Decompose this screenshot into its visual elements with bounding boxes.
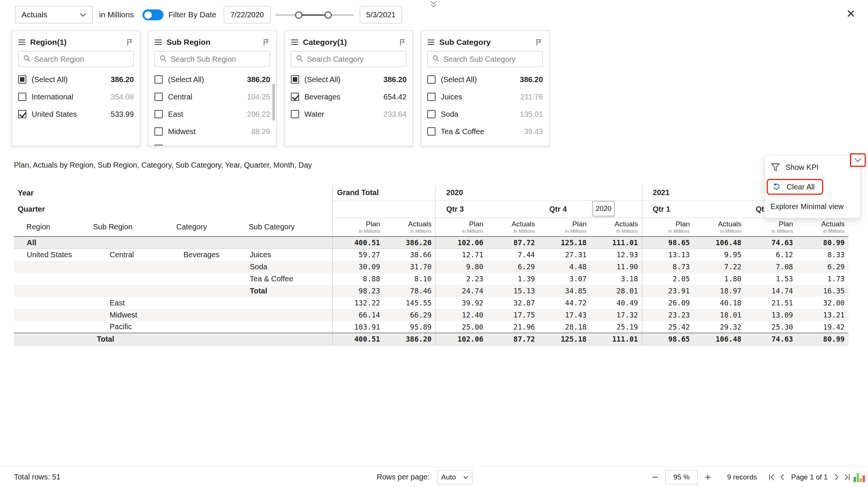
- row-header-cell: [244, 309, 332, 321]
- records-count: 9 records: [727, 467, 757, 487]
- checkbox[interactable]: [154, 145, 163, 146]
- measure-header-actuals[interactable]: Actualsin Millions: [797, 218, 848, 237]
- flag-icon[interactable]: [397, 38, 406, 46]
- checkbox[interactable]: [427, 93, 436, 101]
- measure-header-actuals[interactable]: Actualsin Millions: [590, 218, 642, 237]
- table-row: All400.51386.20102.0687.72125.18111.0198…: [14, 237, 848, 249]
- search-input[interactable]: Search Sub Category: [427, 51, 543, 67]
- filter-item-soda[interactable]: Soda135.01: [427, 105, 543, 123]
- checkbox[interactable]: [427, 110, 436, 118]
- checkbox[interactable]: [427, 75, 436, 84]
- end-date-input[interactable]: 5/3/2021: [360, 6, 402, 23]
- value-cell: 18.97: [694, 285, 745, 297]
- filter-by-date-toggle[interactable]: [142, 9, 164, 20]
- checkbox[interactable]: [291, 75, 299, 84]
- filter-item-central[interactable]: Central104.25: [154, 88, 270, 105]
- checkbox[interactable]: [154, 127, 163, 136]
- checkbox[interactable]: [18, 93, 26, 101]
- filter-item-select-all[interactable]: (Select All)386.20: [154, 71, 270, 88]
- slider-handle-start[interactable]: [295, 11, 303, 19]
- measure-header-plan[interactable]: Planin Millions: [745, 218, 797, 237]
- scrollbar[interactable]: [272, 84, 275, 121]
- menu-chevron-button[interactable]: [850, 153, 866, 167]
- search-input[interactable]: Search Region: [18, 51, 134, 67]
- column-header-sub-region[interactable]: Sub Region: [89, 218, 166, 237]
- filter-item-tea-coffee[interactable]: Tea & Coffee39.43: [427, 123, 543, 140]
- checkbox[interactable]: [427, 127, 436, 136]
- checkbox[interactable]: [18, 75, 26, 84]
- measure-header-plan[interactable]: Planin Millions: [332, 218, 384, 237]
- zoom-out-button[interactable]: −: [649, 467, 662, 487]
- column-header-region[interactable]: Region: [14, 218, 89, 237]
- drag-handle-icon[interactable]: [18, 39, 29, 46]
- search-input[interactable]: Search Category: [291, 51, 406, 67]
- search-input[interactable]: Search Sub Region: [154, 51, 270, 67]
- filter-item-water[interactable]: Water233.64: [291, 105, 406, 123]
- drag-handle-icon[interactable]: [154, 39, 165, 46]
- year-header-2020[interactable]: 2020: [436, 185, 642, 200]
- zoom-level-input[interactable]: 95 %: [665, 470, 698, 484]
- measure-header-actuals[interactable]: Actualsin Millions: [384, 218, 436, 237]
- filter-item-pacific[interactable]: Pacific132.24: [154, 140, 270, 146]
- quarter-header-qtr-3[interactable]: Qtr 3: [436, 200, 539, 218]
- checkbox[interactable]: [291, 110, 299, 118]
- prev-page-icon[interactable]: [778, 473, 787, 481]
- measure-name: Plan: [333, 220, 381, 228]
- checkbox[interactable]: [154, 110, 163, 118]
- zoom-in-button[interactable]: +: [701, 467, 714, 487]
- measure-header-plan[interactable]: Planin Millions: [436, 218, 487, 237]
- charts-icon[interactable]: [854, 472, 865, 482]
- unit-label: in Millions: [99, 0, 134, 29]
- filter-item-beverages[interactable]: Beverages654.42: [291, 88, 406, 105]
- row-header-cell: Beverages: [166, 249, 244, 261]
- year-axis-label: Year: [14, 185, 332, 200]
- flag-icon[interactable]: [534, 38, 543, 46]
- column-header-sub-category[interactable]: Sub Category: [244, 218, 332, 237]
- value-cell: 102.06: [436, 237, 487, 249]
- filter-item-united-states[interactable]: United States533.99: [18, 105, 134, 123]
- first-page-icon[interactable]: [768, 473, 776, 481]
- menu-item-show-kpi[interactable]: Show KPI: [765, 157, 860, 177]
- filter-item-east[interactable]: East208.22: [154, 105, 270, 123]
- flag-icon[interactable]: [125, 38, 134, 46]
- value-cell: 98.65: [642, 237, 694, 249]
- filter-card-header: Region(1): [18, 34, 134, 50]
- checkbox[interactable]: [154, 93, 163, 101]
- last-page-icon[interactable]: [843, 473, 851, 481]
- year-header-grand-total[interactable]: Grand Total: [332, 185, 436, 200]
- filter-item-midwest[interactable]: Midwest88.29: [154, 123, 270, 140]
- flag-icon[interactable]: [261, 38, 270, 46]
- value-cell: 106.48: [694, 237, 745, 249]
- drag-handle-icon[interactable]: [427, 39, 438, 46]
- filter-item-international[interactable]: International354.08: [18, 88, 134, 105]
- drag-handle-icon[interactable]: [291, 39, 301, 46]
- filter-item-select-all[interactable]: (Select All)386.20: [427, 71, 543, 88]
- measure-header-plan[interactable]: Planin Millions: [642, 218, 694, 237]
- filter-item-label: (Select All): [441, 75, 520, 84]
- filter-item-select-all[interactable]: (Select All)386.20: [291, 71, 406, 88]
- next-page-icon[interactable]: [832, 473, 840, 481]
- menu-item-explorer-minimal-view[interactable]: Explorer Minimal view: [765, 197, 860, 216]
- slider-handle-end[interactable]: [324, 11, 332, 19]
- filter-item-label: Soda: [441, 110, 520, 119]
- checkbox[interactable]: [18, 110, 26, 118]
- measure-header-plan[interactable]: Planin Millions: [539, 218, 590, 237]
- collapse-chevrons-icon[interactable]: [429, 1, 438, 10]
- column-header-category[interactable]: Category: [166, 218, 244, 237]
- start-date-input[interactable]: 7/22/2020: [224, 6, 270, 23]
- checkbox[interactable]: [154, 75, 163, 84]
- measure-header-actuals[interactable]: Actualsin Millions: [694, 218, 745, 237]
- rows-per-page-dropdown[interactable]: Auto: [437, 470, 472, 484]
- quarter-header-qtr-1[interactable]: Qtr 1: [642, 200, 745, 218]
- filter-item-select-all[interactable]: (Select All)386.20: [18, 71, 134, 88]
- menu-item-clear-all[interactable]: Clear All: [765, 177, 860, 197]
- quarter-header-blank[interactable]: [332, 200, 436, 218]
- close-icon[interactable]: ✕: [846, 8, 856, 20]
- value-cell: 3.07: [539, 273, 590, 285]
- quarter-header-qtr-4[interactable]: Qtr 4: [539, 200, 642, 218]
- checkbox[interactable]: [291, 93, 299, 101]
- measure-header-actuals[interactable]: Actualsin Millions: [487, 218, 539, 237]
- measure-dropdown[interactable]: Actuals: [15, 6, 93, 23]
- filter-item-juices[interactable]: Juices211.76: [427, 88, 543, 105]
- funnel-icon: [770, 163, 780, 171]
